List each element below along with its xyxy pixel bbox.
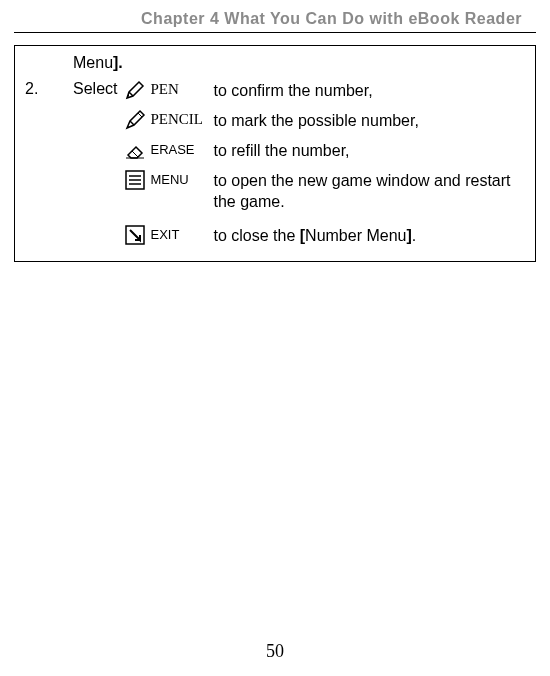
options-list: PEN to confirm the number, PENCIL — [123, 78, 525, 247]
menu-label: MENU — [150, 171, 188, 189]
erase-icon — [123, 138, 147, 162]
pencil-label: PENCIL — [150, 109, 203, 129]
option-exit: EXIT to close the [Number Menu]. — [123, 223, 525, 247]
option-erase: ERASE to refill the number, — [123, 138, 525, 162]
pen-desc: to confirm the number, — [213, 78, 525, 102]
erase-cell: ERASE — [123, 138, 213, 162]
menu-desc: to open the new game window and restart … — [213, 168, 525, 213]
step-2: 2. Select PEN to confirm the number, — [25, 78, 525, 247]
exit-label: EXIT — [150, 226, 179, 244]
svg-line-0 — [130, 121, 134, 125]
exit-desc-a: to close the — [213, 227, 299, 244]
menu-bracket: ]. — [113, 54, 123, 71]
exit-desc-e: . — [412, 227, 416, 244]
pen-icon — [123, 78, 147, 102]
exit-desc-c: Number Menu — [305, 227, 406, 244]
exit-icon — [123, 223, 147, 247]
svg-line-2 — [132, 151, 138, 157]
pencil-icon — [123, 108, 147, 132]
menu-line: Menu]. — [25, 52, 525, 74]
svg-line-1 — [138, 113, 142, 117]
pen-cell: PEN — [123, 78, 213, 102]
option-pencil: PENCIL to mark the possible number, — [123, 108, 525, 132]
content-box: Menu]. 2. Select PEN to confirm the numb… — [14, 45, 536, 262]
pencil-desc: to mark the possible number, — [213, 108, 525, 132]
step-number: 2. — [25, 78, 73, 100]
menu-text: Menu — [73, 54, 113, 71]
step-select: Select — [73, 78, 123, 100]
option-menu: MENU to open the new game window and res… — [123, 168, 525, 213]
pen-label: PEN — [150, 79, 178, 99]
erase-label: ERASE — [150, 141, 194, 159]
chapter-header: Chapter 4 What You Can Do with eBook Rea… — [14, 0, 536, 33]
menu-cell: MENU — [123, 168, 213, 192]
exit-cell: EXIT — [123, 223, 213, 247]
menu-icon — [123, 168, 147, 192]
exit-desc: to close the [Number Menu]. — [213, 223, 525, 247]
pencil-cell: PENCIL — [123, 108, 213, 132]
page-number: 50 — [0, 641, 550, 662]
option-pen: PEN to confirm the number, — [123, 78, 525, 102]
erase-desc: to refill the number, — [213, 138, 525, 162]
